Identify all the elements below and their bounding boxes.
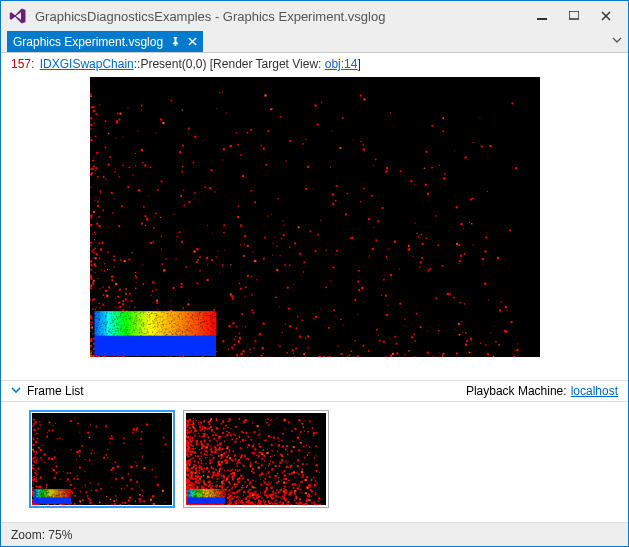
tab-label: Graphics Experiment.vsglog [13,35,163,49]
playback-machine-label: Playback Machine: [466,384,567,398]
frame-thumbnail-canvas [186,413,326,505]
event-rtv-prefix: [Render Target View: [206,57,324,71]
render-target-view [1,77,628,380]
frame-thumbnail[interactable] [183,410,329,508]
titlebar: GraphicsDiagnosticsExamples - Graphics E… [1,1,628,31]
close-button[interactable] [590,4,622,28]
event-info-bar: 157: IDXGISwapChain::Present(0,0) [Rende… [1,53,628,77]
tab-graphics-experiment[interactable]: Graphics Experiment.vsglog [7,31,203,52]
window-title: GraphicsDiagnosticsExamples - Graphics E… [35,9,526,24]
minimize-button[interactable] [526,4,558,28]
event-number: 157: [11,57,34,71]
vs-logo-icon [9,7,27,25]
pin-icon[interactable] [171,37,180,46]
chevron-down-icon[interactable] [11,385,21,397]
frame-list-label: Frame List [27,384,84,398]
render-target-canvas[interactable] [90,77,540,357]
tab-overflow-dropdown-icon[interactable] [612,34,622,48]
event-rtv-suffix: ] [357,57,360,71]
frame-thumbnail-canvas [32,413,172,505]
event-object-link[interactable]: obj:14 [325,57,358,71]
svg-rect-0 [537,18,547,20]
close-tab-icon[interactable] [188,37,197,46]
zoom-status: Zoom: 75% [11,528,72,542]
frame-list [1,402,628,522]
maximize-button[interactable] [558,4,590,28]
tabstrip: Graphics Experiment.vsglog [1,31,628,53]
event-method: ::Present(0,0) [134,57,207,71]
playback-machine-link[interactable]: localhost [571,384,618,398]
svg-rect-1 [569,11,579,19]
frame-thumbnail[interactable] [29,410,175,508]
frame-list-header[interactable]: Frame List Playback Machine: localhost [1,380,628,402]
status-bar: Zoom: 75% [1,522,628,546]
event-interface-link[interactable]: IDXGISwapChain [40,57,134,71]
